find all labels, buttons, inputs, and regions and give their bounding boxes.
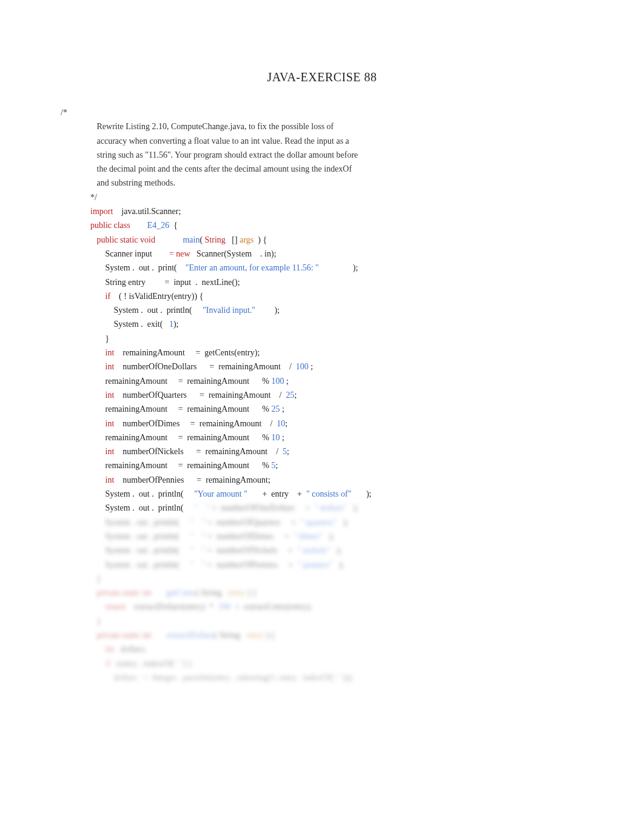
- code-line: public static void main( String [] args …: [61, 235, 267, 244]
- code-line: System . exit( 1);: [61, 320, 178, 329]
- blurred-code-line: int dollars;: [61, 645, 146, 654]
- code-line: String entry = input . nextLine();: [61, 278, 240, 287]
- comment-line: and substring methods.: [61, 178, 175, 187]
- comment-line: string such as "11.56". Your program sho…: [61, 150, 358, 159]
- code-line: import java.util.Scanner;: [61, 207, 181, 216]
- code-line: Scanner input = new Scanner(System . in)…: [61, 249, 277, 258]
- blurred-code-line: System . out . println( " " + numberOfDi…: [61, 532, 334, 541]
- code-line: remainingAmount = remainingAmount % 100 …: [61, 377, 289, 386]
- blurred-code-line: private static int extractDollars( Strin…: [61, 631, 275, 640]
- blurred-code-line: System . out . println( " " + numberOfNi…: [61, 546, 341, 555]
- blurred-code-line: dollars = Integer . parseInt(entry . sub…: [61, 673, 354, 682]
- comment-open: /*: [61, 108, 67, 117]
- code-line: remainingAmount = remainingAmount % 25 ;: [61, 404, 284, 414]
- code-line: int remainingAmount = getCents(entry);: [61, 348, 260, 357]
- code-line: if ( ! isValidEntry(entry)) {: [61, 292, 203, 301]
- blurred-code-line: }: [61, 574, 101, 583]
- blurred-code-line: }: [61, 617, 101, 626]
- comment-line: accuracy when converting a float value t…: [61, 136, 349, 146]
- code-line: }: [61, 334, 109, 343]
- code-line: int numberOfPennies = remainingAmount;: [61, 475, 270, 485]
- comment-line: the decimal point and the cents after th…: [61, 164, 352, 173]
- blurred-code-line: System . out . println( " " + numberOfOn…: [61, 503, 358, 512]
- code-listing: /* Rewrite Listing 2.10, ComputeChange.j…: [61, 106, 583, 685]
- document-page: JAVA-EXERCISE 88 /* Rewrite Listing 2.10…: [0, 0, 644, 835]
- blurred-code-line: private static int getCents( String entr…: [61, 588, 257, 597]
- code-line: System . out . print( "Enter an amount, …: [61, 263, 358, 272]
- comment-line: Rewrite Listing 2.10, ComputeChange.java…: [61, 122, 334, 131]
- code-line: int numberOfQuarters = remainingAmount /…: [61, 391, 297, 400]
- blurred-code-line: return extractDollars(entry) * 100 + ext…: [61, 602, 312, 611]
- code-line: remainingAmount = remainingAmount % 5;: [61, 461, 278, 470]
- code-line: remainingAmount = remainingAmount % 10 ;: [61, 433, 284, 442]
- code-line: System . out . println( "Your amount " +…: [61, 489, 372, 498]
- code-line: public class E4_26 {: [61, 221, 178, 230]
- code-line: int numberOfNickels = remainingAmount / …: [61, 447, 289, 456]
- code-line: int numberOfDimes = remainingAmount / 10…: [61, 419, 287, 428]
- blurred-code-line: System . out . println( " " + numberOfPe…: [61, 560, 344, 569]
- blurred-code-line: System . out . println( " " + numberOfQu…: [61, 518, 348, 527]
- comment-close: */: [61, 193, 97, 202]
- code-line: System . out . println( "Invalid input."…: [61, 306, 280, 315]
- blurred-code-line: if (entry . indexOf(".") {: [61, 659, 192, 668]
- code-line: int numberOfOneDollars = remainingAmount…: [61, 362, 313, 371]
- page-title: JAVA-EXERCISE 88: [61, 67, 583, 87]
